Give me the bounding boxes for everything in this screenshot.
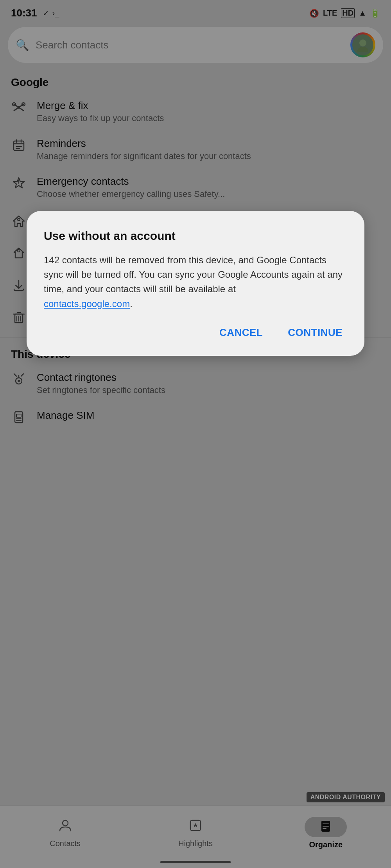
dialog-overlay <box>0 0 391 868</box>
continue-button[interactable]: Continue <box>283 323 347 342</box>
dialog-body: 142 contacts will be removed from this d… <box>44 253 347 311</box>
dialog-link-suffix: . <box>130 298 133 309</box>
cancel-button[interactable]: Cancel <box>215 323 267 342</box>
dialog: Use without an account 142 contacts will… <box>27 211 364 356</box>
home-indicator <box>160 861 231 863</box>
dialog-body-text: 142 contacts will be removed from this d… <box>44 255 343 294</box>
dialog-link[interactable]: contacts.google.com <box>44 298 130 309</box>
dialog-actions: Cancel Continue <box>44 323 347 342</box>
dialog-title: Use without an account <box>44 228 347 243</box>
